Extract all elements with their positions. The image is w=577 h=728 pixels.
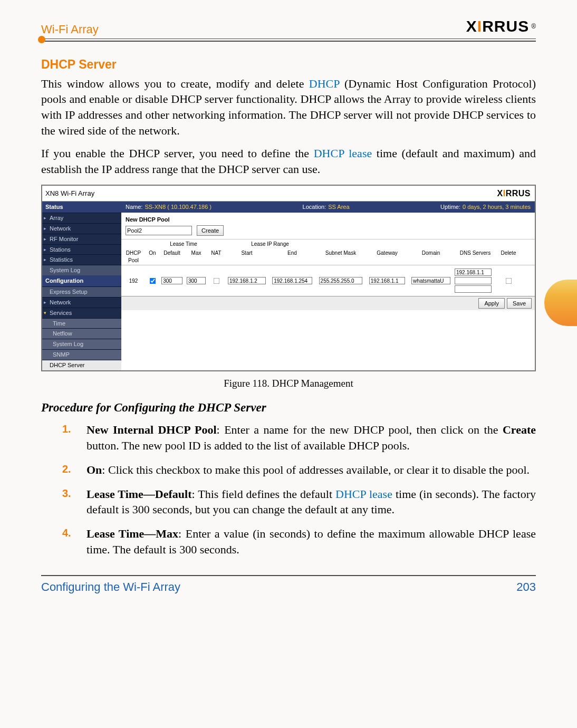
page-edge-tab	[544, 280, 577, 326]
step-4: 4. Lease Time—Max: Enter a value (in sec…	[41, 526, 536, 557]
ui-sidebar: Status ▸Array ▸Network ▸RF Monitor ▸Stat…	[42, 202, 121, 370]
domain-input[interactable]	[411, 277, 450, 284]
col-group-lease: Lease Time	[159, 240, 208, 249]
dhcp-management-screenshot: XN8 Wi-Fi Array XIRRUS Status ▸Array ▸Ne…	[41, 185, 536, 371]
brand-logo: XIRRUS®	[466, 16, 536, 37]
new-pool-label: New DHCP Pool	[126, 216, 531, 224]
dns3-input[interactable]	[455, 285, 492, 293]
col-start: Start	[225, 248, 269, 265]
procedure-list: 1. New Internal DHCP Pool: Enter a name …	[41, 422, 536, 557]
ui-window-title: XN8 Wi-Fi Array	[45, 189, 94, 198]
header-rule	[41, 39, 536, 50]
nav-item-array[interactable]: ▸Array	[42, 213, 121, 223]
dhcp-lease-link-2[interactable]: DHCP lease	[335, 487, 392, 501]
dhcp-link[interactable]: DHCP	[309, 77, 340, 90]
dns1-input[interactable]	[455, 269, 492, 276]
nav-item-express-setup[interactable]: Express Setup	[42, 286, 121, 297]
nav-item-rf-monitor[interactable]: ▸RF Monitor	[42, 234, 121, 244]
col-dns: DNS Servers	[454, 248, 497, 265]
nav-item-syslog[interactable]: System Log	[42, 339, 121, 349]
create-button[interactable]: Create	[197, 225, 224, 236]
col-on: On	[146, 248, 159, 265]
step-3: 3. Lease Time—Default: This field define…	[41, 486, 536, 518]
col-end: End	[269, 248, 315, 265]
cell-pool: 192	[121, 277, 146, 285]
dhcp-pool-row: 192	[121, 265, 535, 296]
on-checkbox[interactable]	[150, 278, 156, 284]
figure-caption: Figure 118. DHCP Management	[41, 377, 536, 390]
product-name: Wi-Fi Array	[41, 22, 99, 37]
nav-item-statistics[interactable]: ▸Statistics	[42, 254, 121, 265]
col-gateway: Gateway	[366, 248, 408, 265]
max-lease-input[interactable]	[187, 277, 206, 284]
dhcp-lease-link[interactable]: DHCP lease	[314, 147, 372, 160]
nav-group-configuration: Configuration	[42, 275, 121, 286]
procedure-heading: Procedure for Configuring the DHCP Serve…	[41, 399, 536, 416]
end-ip-input[interactable]	[272, 277, 312, 284]
start-ip-input[interactable]	[228, 277, 266, 284]
col-nat: NAT	[208, 248, 225, 265]
footer-section: Configuring the Wi-Fi Array	[41, 579, 180, 595]
subnet-mask-input[interactable]	[319, 277, 363, 284]
nav-item-snmp[interactable]: SNMP	[42, 349, 121, 360]
col-pool: DHCP Pool	[121, 248, 146, 265]
col-group-range: Lease IP Range	[225, 240, 315, 249]
col-domain: Domain	[408, 248, 454, 265]
ui-info-bar: Name:SS-XN8 ( 10.100.47.186 ) Location:S…	[121, 202, 535, 213]
nav-item-netflow[interactable]: Netflow	[42, 328, 121, 339]
nat-checkbox[interactable]	[214, 278, 220, 284]
step-1: 1. New Internal DHCP Pool: Enter a name …	[41, 422, 536, 453]
gateway-input[interactable]	[369, 277, 405, 284]
new-pool-input[interactable]	[126, 226, 192, 235]
intro-paragraph-1: This window allows you to create, modify…	[41, 76, 536, 139]
nav-item-stations[interactable]: ▸Stations	[42, 244, 121, 255]
dns2-input[interactable]	[455, 277, 492, 284]
section-heading: DHCP Server	[41, 56, 536, 73]
page-number: 203	[516, 579, 536, 595]
col-default: Default	[159, 248, 185, 265]
nav-item-services[interactable]: ▾Services	[42, 308, 121, 318]
nav-item-network[interactable]: ▸Network	[42, 223, 121, 234]
intro-paragraph-2: If you enable the DHCP server, you need …	[41, 146, 536, 177]
col-max: Max	[185, 248, 208, 265]
col-delete: Delete	[497, 248, 520, 265]
nav-group-status: Status	[42, 202, 121, 213]
col-mask: Subnet Mask	[315, 248, 366, 265]
nav-item-cfg-network[interactable]: ▸Network	[42, 297, 121, 308]
nav-item-time[interactable]: Time	[42, 318, 121, 329]
default-lease-input[interactable]	[161, 277, 182, 284]
apply-button[interactable]: Apply	[478, 298, 505, 309]
save-button[interactable]: Save	[507, 298, 532, 309]
ui-brand-logo: XIRRUS	[497, 188, 531, 199]
nav-item-system-log[interactable]: System Log	[42, 265, 121, 275]
delete-checkbox[interactable]	[506, 278, 512, 284]
footer-rule	[41, 575, 536, 576]
nav-item-dhcp-server[interactable]: DHCP Server	[42, 360, 121, 370]
step-2: 2. On: Click this checkbox to make this …	[41, 462, 536, 478]
